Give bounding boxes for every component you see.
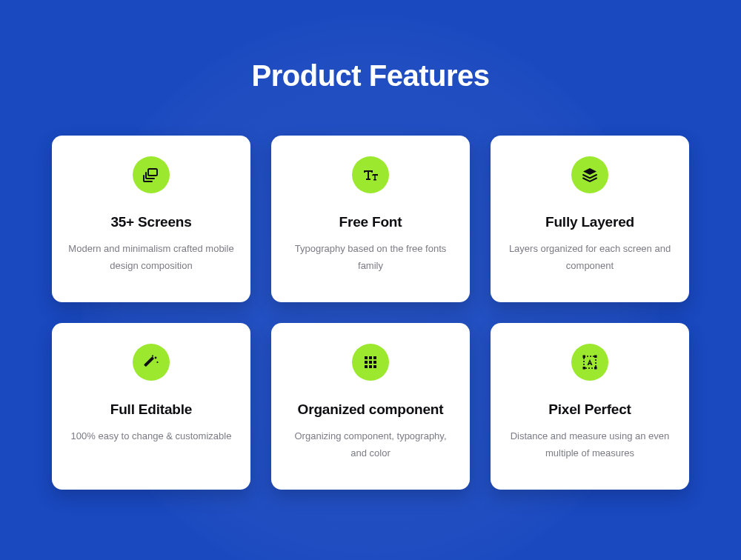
page-title: Product Features	[52, 59, 689, 93]
feature-title: Fully Layered	[545, 214, 634, 230]
svg-rect-14	[584, 356, 596, 368]
svg-point-2	[155, 357, 157, 359]
svg-rect-11	[365, 365, 368, 368]
svg-rect-7	[373, 356, 376, 359]
feature-desc: Organizing component, typography, and co…	[288, 428, 453, 462]
svg-rect-0	[148, 169, 157, 176]
svg-rect-1	[144, 356, 154, 367]
svg-rect-8	[365, 361, 368, 364]
svg-rect-17	[583, 367, 586, 370]
svg-rect-10	[373, 361, 376, 364]
svg-point-4	[152, 355, 153, 356]
feature-card-layers: Fully Layered Layers organized for each …	[491, 136, 689, 302]
feature-card-screens: 35+ Screens Modern and minimalism crafte…	[52, 136, 250, 302]
svg-rect-16	[594, 356, 597, 359]
feature-desc: Typography based on the free fonts famil…	[288, 241, 453, 275]
feature-title: Free Font	[339, 214, 402, 230]
font-icon	[352, 156, 389, 193]
svg-rect-12	[369, 365, 372, 368]
svg-rect-15	[583, 356, 586, 359]
feature-title: 35+ Screens	[110, 214, 191, 230]
pixel-icon	[571, 344, 608, 381]
svg-rect-6	[369, 356, 372, 359]
feature-desc: Layers organized for each screen and com…	[507, 241, 673, 275]
svg-rect-13	[373, 365, 376, 368]
features-grid: 35+ Screens Modern and minimalism crafte…	[52, 136, 689, 490]
feature-desc: Distance and measure using an even multi…	[507, 428, 673, 462]
wand-icon	[133, 344, 170, 381]
feature-desc: Modern and minimalism crafted mobile des…	[68, 241, 234, 275]
feature-title: Organized component	[298, 401, 444, 418]
feature-title: Full Editable	[110, 401, 192, 418]
feature-card-editable: Full Editable 100% easy to change & cust…	[52, 323, 250, 490]
grid-icon	[352, 344, 389, 381]
feature-card-organized: Organized component Organizing component…	[271, 323, 470, 490]
features-section: Product Features 35+ Screens Modern and …	[0, 0, 741, 560]
svg-rect-9	[369, 361, 372, 364]
feature-desc: 100% easy to change & customizable	[71, 428, 232, 445]
feature-card-pixel: Pixel Perfect Distance and measure using…	[491, 323, 689, 490]
screens-icon	[133, 156, 170, 193]
svg-rect-5	[365, 356, 368, 359]
svg-rect-18	[594, 367, 597, 370]
feature-card-font: Free Font Typography based on the free f…	[271, 136, 470, 302]
feature-title: Pixel Perfect	[548, 401, 631, 418]
svg-point-3	[156, 361, 158, 363]
layers-icon	[571, 156, 608, 193]
